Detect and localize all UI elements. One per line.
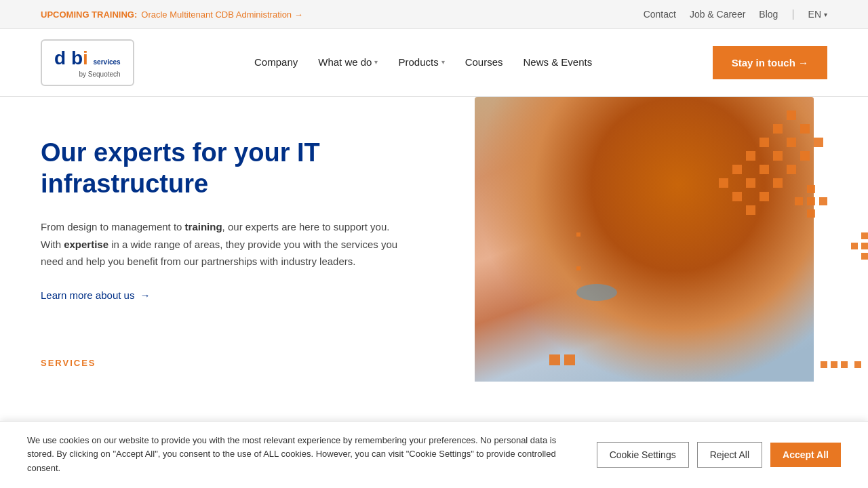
nav-contact[interactable]: Contact xyxy=(644,9,676,20)
svg-rect-30 xyxy=(841,361,848,368)
hero-photo xyxy=(475,97,814,382)
svg-rect-24 xyxy=(861,243,868,249)
svg-rect-25 xyxy=(851,243,858,249)
nav-news-events-label: News & Events xyxy=(524,56,593,68)
logo-i: i xyxy=(83,47,88,68)
svg-rect-23 xyxy=(861,232,868,239)
services-label: SERVICES xyxy=(41,358,96,368)
chevron-down-icon: ▾ xyxy=(374,58,378,66)
hero-description: From design to management to training, o… xyxy=(41,218,407,270)
top-bar: UPCOMING TRAINING: Oracle Multitenant CD… xyxy=(0,0,868,29)
svg-rect-31 xyxy=(854,361,861,368)
nav-job-career[interactable]: Job & Career xyxy=(690,9,745,20)
lang-label: EN xyxy=(808,9,821,20)
top-bar-right: Contact Job & Career Blog | EN ▾ xyxy=(644,8,827,20)
chevron-down-icon: ▾ xyxy=(441,58,445,66)
arrow-icon: → xyxy=(140,289,150,301)
svg-rect-22 xyxy=(819,197,827,205)
svg-rect-28 xyxy=(821,361,827,368)
hair-decoration xyxy=(475,97,814,382)
svg-rect-27 xyxy=(861,253,868,260)
lang-chevron-icon: ▾ xyxy=(824,11,827,18)
hero-desc-part1: From design to management to xyxy=(41,221,185,232)
hero-title: Our experts for your IT infrastructure xyxy=(41,138,407,199)
nav-links: Company What we do ▾ Products ▾ Courses … xyxy=(254,36,592,90)
nav-courses[interactable]: Courses xyxy=(465,36,503,90)
learn-more-link[interactable]: Learn more about us → xyxy=(41,289,150,301)
hero-photo-inner xyxy=(475,97,814,382)
nav-blog[interactable]: Blog xyxy=(759,9,778,20)
eye-area xyxy=(576,284,617,301)
nav-what-we-do[interactable]: What we do ▾ xyxy=(318,36,378,90)
nav-news-events[interactable]: News & Events xyxy=(524,36,593,90)
nav-courses-label: Courses xyxy=(465,56,503,68)
training-label: UPCOMING TRAINING: xyxy=(41,9,137,20)
hero-bold-expertise: expertise xyxy=(64,239,108,250)
nav-what-we-do-label: What we do xyxy=(318,56,372,68)
logo-services: services xyxy=(94,58,121,66)
logo-text: d bi xyxy=(54,47,94,68)
hero-content: Our experts for your IT infrastructure F… xyxy=(41,138,407,302)
logo-box: d bi services by Sequotech xyxy=(41,39,134,86)
hero-bold-training: training xyxy=(185,221,222,232)
learn-more-label: Learn more about us xyxy=(41,289,134,301)
training-link[interactable]: Oracle Multitenant CDB Administration → xyxy=(141,9,302,20)
logo-container[interactable]: d bi services by Sequotech xyxy=(41,29,134,96)
stay-in-touch-button[interactable]: Stay in touch → xyxy=(713,46,827,79)
svg-rect-29 xyxy=(831,361,837,368)
top-bar-left: UPCOMING TRAINING: Oracle Multitenant CD… xyxy=(41,9,303,20)
language-selector[interactable]: EN ▾ xyxy=(808,9,827,20)
separator: | xyxy=(791,8,794,20)
hero-section: Our experts for your IT infrastructure F… xyxy=(0,97,868,382)
nav-products-label: Products xyxy=(398,56,438,68)
logo-by: by Sequotech xyxy=(54,70,121,78)
logo: d bi services by Sequotech xyxy=(54,47,121,78)
navbar: d bi services by Sequotech Company What … xyxy=(0,29,868,97)
nav-company[interactable]: Company xyxy=(254,36,298,90)
svg-rect-2 xyxy=(814,138,823,147)
nav-company-label: Company xyxy=(254,56,298,68)
nav-products[interactable]: Products ▾ xyxy=(398,36,444,90)
